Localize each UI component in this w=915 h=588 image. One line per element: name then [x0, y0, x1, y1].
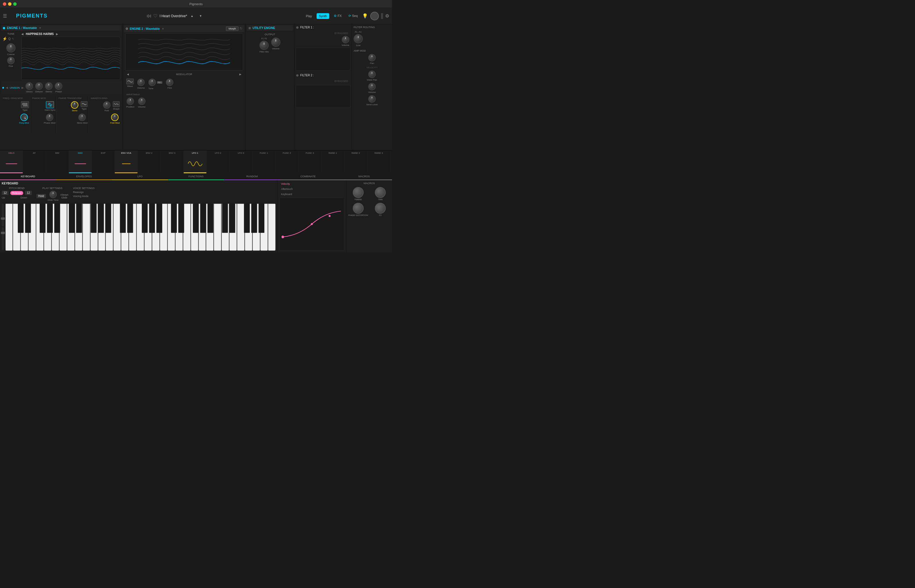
refresh-icon[interactable]: ↻	[240, 26, 243, 31]
mod-slot-velo[interactable]: VELO	[0, 150, 23, 173]
engine2-dropdown-icon[interactable]: ▼	[162, 27, 164, 31]
tab-combinate[interactable]: COMBINATE	[280, 173, 336, 180]
tab-macros[interactable]: MACROS	[336, 173, 392, 180]
detune-knob[interactable]	[35, 82, 43, 90]
white-key[interactable]	[214, 204, 221, 251]
white-key[interactable]	[21, 204, 28, 251]
white-key[interactable]	[60, 204, 67, 251]
modulator-fine-knob[interactable]	[166, 79, 173, 86]
routing-volume-knob[interactable]	[368, 83, 376, 90]
mod-slot-kbd[interactable]: KBD	[69, 150, 92, 173]
white-key[interactable]	[121, 204, 129, 251]
tab-envelopes[interactable]: ENVELOPES	[56, 173, 112, 180]
white-key[interactable]	[36, 204, 44, 251]
voices-knob[interactable]	[26, 82, 33, 90]
phase-dist-knob[interactable]	[353, 203, 364, 214]
velocity-item-aftertouch[interactable]: Aftertouch	[279, 187, 345, 191]
tab-keyboard[interactable]: KEYBOARD	[0, 173, 56, 180]
filter-mix-knob[interactable]	[259, 41, 269, 50]
morph-button[interactable]: Morph	[226, 26, 238, 31]
fine-knob[interactable]	[7, 57, 15, 64]
piano-keyboard[interactable]	[5, 204, 275, 251]
white-key[interactable]	[268, 204, 275, 251]
mod-slot-rand2[interactable]: RAND 2	[345, 150, 368, 173]
modulator-volume-knob[interactable]	[137, 79, 145, 86]
voice-pan-knob[interactable]	[368, 71, 376, 78]
amp-pan-knob[interactable]	[368, 54, 376, 61]
mod-slot-exp[interactable]: EXP	[92, 150, 115, 173]
modulator-tune-knob[interactable]	[148, 79, 156, 86]
next-arrow[interactable]: ▶	[56, 32, 58, 36]
wave-icon[interactable]	[126, 79, 134, 84]
close-button[interactable]	[3, 2, 6, 6]
mod-slot-lfo2[interactable]: LFO 2	[207, 150, 230, 173]
settings-icon[interactable]: ⚙	[385, 13, 389, 19]
white-key[interactable]	[199, 204, 206, 251]
favorite-icon[interactable]: ♡	[153, 13, 157, 19]
filter-routing-knob[interactable]	[354, 34, 363, 43]
engine1-dropdown-icon[interactable]: ▼	[39, 26, 42, 29]
shape-icon[interactable]	[113, 101, 120, 107]
fx-macro-knob[interactable]	[375, 203, 386, 214]
mod-slot-at[interactable]: AT	[23, 150, 46, 173]
fold-mod-knob[interactable]	[111, 113, 118, 121]
light-icon[interactable]: 💡	[362, 13, 368, 19]
position-knob[interactable]	[126, 97, 134, 105]
tune-edit-icon[interactable]: ✎	[12, 37, 14, 40]
vol2-knob[interactable]	[138, 97, 146, 105]
phase-knob[interactable]	[55, 82, 62, 90]
transform-type-icon[interactable]	[81, 101, 87, 107]
white-key[interactable]	[168, 204, 175, 251]
glide-time-knob[interactable]	[49, 191, 57, 198]
white-key[interactable]	[113, 204, 121, 251]
white-key[interactable]	[175, 204, 183, 251]
mod-slot-rand3[interactable]: RAND 3	[368, 150, 390, 173]
mod-slot-rand1[interactable]: RAND 1	[321, 150, 345, 173]
white-key[interactable]	[137, 204, 144, 251]
pitch-bend-down-value[interactable]: 12	[25, 191, 32, 195]
modulator-prev[interactable]: ◀	[127, 73, 129, 76]
play-button[interactable]: Play	[304, 13, 314, 19]
hard-sync-icon[interactable]	[46, 101, 54, 108]
filter1-volume-knob[interactable]	[342, 36, 349, 43]
white-key[interactable]	[229, 204, 237, 251]
mod-slot-env-vca[interactable]: ENV VCA	[115, 150, 138, 173]
white-key[interactable]	[183, 204, 191, 251]
coarse-knob[interactable]	[6, 43, 16, 52]
mod-slot-env2[interactable]: ENV 2	[138, 150, 161, 173]
white-key[interactable]	[152, 204, 160, 251]
white-key[interactable]	[75, 204, 83, 251]
seq-button[interactable]: ⟳ Seq	[346, 13, 360, 19]
fold-knob[interactable]	[103, 101, 110, 109]
unison-next[interactable]: ▶	[21, 86, 24, 89]
prev-arrow[interactable]: ◀	[21, 32, 24, 36]
white-key[interactable]	[144, 204, 152, 251]
white-key[interactable]	[222, 204, 229, 251]
white-key[interactable]	[98, 204, 105, 251]
hold-label[interactable]: Hold	[36, 194, 46, 198]
mod-slot-func3[interactable]: FUNC 3	[298, 150, 321, 173]
velocity-item-velocity[interactable]: Velocity	[279, 182, 345, 186]
hamburger-menu[interactable]: ☰	[3, 13, 7, 19]
white-key[interactable]	[83, 204, 90, 251]
freq-type-icon[interactable]	[21, 101, 29, 108]
skew-knob[interactable]	[71, 101, 78, 109]
mod-slot-func2[interactable]: FUNC 2	[275, 150, 298, 173]
white-key[interactable]	[129, 204, 136, 251]
tab-random[interactable]: RANDOM	[224, 173, 280, 180]
minimize-button[interactable]	[8, 2, 11, 6]
phase-mod-knob[interactable]	[46, 113, 53, 121]
mod-slot-comb1[interactable]: COMB 1	[390, 150, 392, 173]
tab-functions[interactable]: FUNCTIONS	[168, 173, 224, 180]
white-key[interactable]	[13, 204, 20, 251]
white-key[interactable]	[28, 204, 36, 251]
timbre-knob[interactable]	[353, 187, 364, 198]
mod-slot-lfo3[interactable]: LFO 3	[230, 150, 253, 173]
mod-slot-env3[interactable]: ENV 3	[161, 150, 184, 173]
utility-volume-knob[interactable]	[271, 37, 280, 47]
fx-button[interactable]: ⚙ FX	[332, 13, 344, 19]
white-key[interactable]	[245, 204, 252, 251]
white-key[interactable]	[67, 204, 74, 251]
send-level-knob[interactable]	[368, 95, 376, 103]
maximize-button[interactable]	[13, 2, 17, 6]
